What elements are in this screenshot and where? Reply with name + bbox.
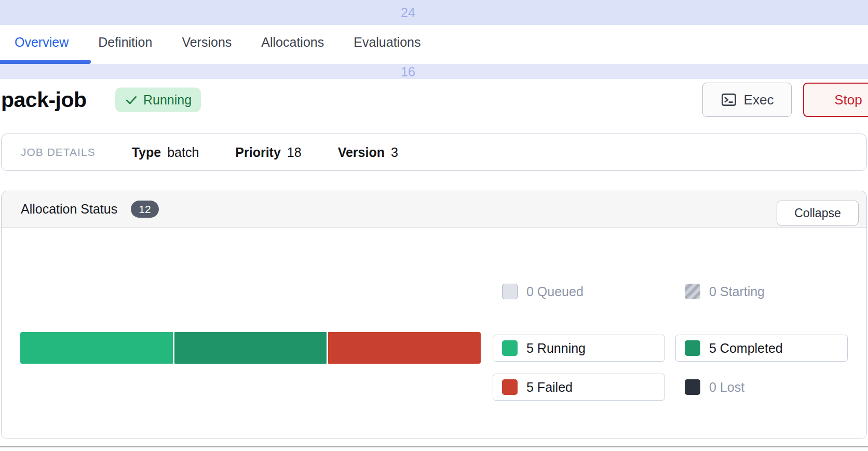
spacing-annotation-16-label: 16 [396, 64, 421, 79]
job-detail-version: Version3 [338, 145, 398, 160]
legend-item-lost: 0 Lost [675, 374, 848, 401]
job-detail-version-value: 3 [391, 145, 398, 160]
allocation-status-title: Allocation Status [21, 202, 117, 217]
job-detail-priority-label: Priority [235, 145, 281, 160]
legend-completed-label: 5 Completed [709, 341, 783, 356]
legend-queued-label: 0 Queued [526, 284, 584, 299]
legend-item-completed[interactable]: 5 Completed [675, 335, 848, 362]
spacing-annotation-24: 24 [0, 0, 868, 25]
queued-swatch-icon [502, 284, 518, 299]
status-badge: Running [115, 88, 201, 112]
bar-segment-completed[interactable] [174, 332, 327, 364]
spacing-annotation-24-label: 24 [396, 5, 421, 20]
tab-versions[interactable]: Versions [182, 35, 232, 50]
job-detail-version-label: Version [338, 145, 385, 160]
allocation-status-header: Allocation Status 12 Collapse [2, 191, 866, 228]
job-detail-type-label: Type [132, 145, 161, 160]
bar-segment-failed[interactable] [328, 332, 481, 364]
collapse-button-label: Collapse [794, 206, 841, 220]
legend-item-queued: 0 Queued [493, 280, 665, 303]
status-badge-label: Running [143, 92, 192, 108]
tab-bar: Overview Definition Versions Allocations… [0, 25, 868, 64]
tab-overview[interactable]: Overview [15, 35, 69, 50]
legend-lost-label: 0 Lost [709, 380, 744, 395]
starting-swatch-icon [685, 284, 700, 299]
legend-running-label: 5 Running [526, 341, 586, 356]
legend-item-starting: 0 Starting [675, 280, 848, 303]
completed-swatch-icon [685, 340, 700, 356]
active-tab-underline [0, 60, 91, 64]
terminal-icon [721, 91, 737, 108]
stop-button-label: Stop [834, 92, 862, 108]
legend-starting-label: 0 Starting [709, 284, 765, 299]
check-icon [125, 93, 138, 107]
job-details-card: JOB DETAILS Typebatch Priority18 Version… [1, 134, 867, 171]
lost-swatch-icon [685, 379, 700, 395]
bar-segment-running[interactable] [20, 332, 173, 364]
tab-allocations[interactable]: Allocations [261, 35, 324, 50]
allocation-stacked-bar [20, 332, 481, 364]
allocation-status-card: Allocation Status 12 Collapse 0 Queued 0… [1, 191, 867, 439]
section-divider [0, 446, 868, 447]
job-detail-priority: Priority18 [235, 145, 301, 160]
running-swatch-icon [502, 340, 518, 356]
legend-item-failed[interactable]: 5 Failed [493, 374, 665, 401]
job-detail-type-value: batch [167, 145, 199, 160]
spacing-annotation-16: 16 [0, 64, 868, 79]
legend-failed-label: 5 Failed [526, 380, 573, 395]
allocation-status-body: 0 Queued 0 Starting 5 Running 5 Complete… [2, 228, 866, 439]
job-detail-type: Typebatch [132, 145, 199, 160]
stop-button[interactable]: Stop [803, 83, 868, 117]
legend-item-running[interactable]: 5 Running [493, 335, 665, 362]
page-title: pack-job [1, 88, 87, 112]
job-details-heading: JOB DETAILS [21, 146, 96, 158]
exec-button[interactable]: Exec [702, 83, 792, 117]
collapse-button[interactable]: Collapse [777, 201, 859, 226]
tab-evaluations[interactable]: Evaluations [354, 35, 421, 50]
failed-swatch-icon [502, 379, 518, 395]
page-header: pack-job Running Exec Stop [0, 79, 868, 121]
exec-button-label: Exec [744, 92, 774, 108]
allocation-count-badge: 12 [131, 201, 158, 218]
tab-definition[interactable]: Definition [98, 35, 152, 50]
job-detail-priority-value: 18 [287, 145, 302, 160]
